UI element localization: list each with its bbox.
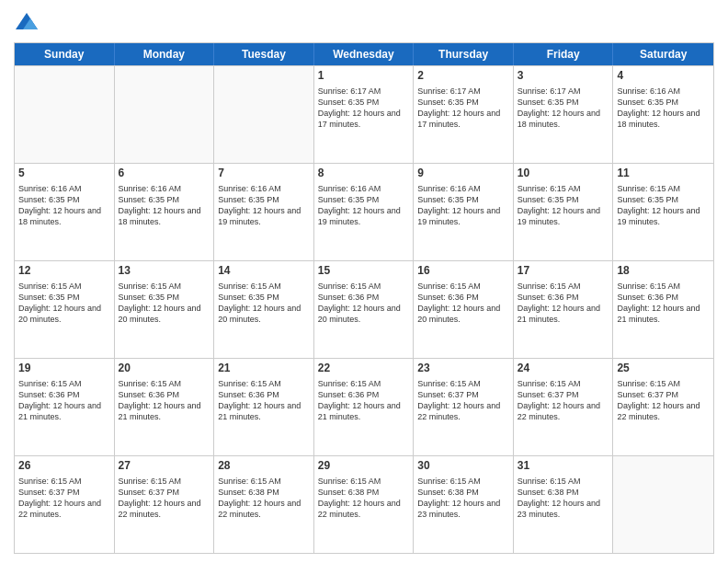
day-number: 6 <box>119 167 210 181</box>
cell-info: Sunrise: 6:15 AM Sunset: 6:36 PM Dayligh… <box>18 378 110 423</box>
day-number: 3 <box>518 69 609 84</box>
cal-cell: 6Sunrise: 6:16 AM Sunset: 6:35 PM Daylig… <box>115 164 215 260</box>
cal-cell: 22Sunrise: 6:15 AM Sunset: 6:36 PM Dayli… <box>314 359 415 455</box>
cal-header-thursday: Thursday <box>414 43 514 65</box>
cal-cell: 8Sunrise: 6:16 AM Sunset: 6:35 PM Daylig… <box>314 164 415 260</box>
cell-info: Sunrise: 6:17 AM Sunset: 6:35 PM Dayligh… <box>518 86 609 131</box>
cell-info: Sunrise: 6:17 AM Sunset: 6:35 PM Dayligh… <box>318 86 410 131</box>
cal-header-monday: Monday <box>115 43 215 65</box>
cal-cell: 16Sunrise: 6:15 AM Sunset: 6:36 PM Dayli… <box>414 261 514 358</box>
day-number: 10 <box>518 167 609 181</box>
cal-cell: 19Sunrise: 6:15 AM Sunset: 6:36 PM Dayli… <box>15 359 115 455</box>
day-number: 9 <box>417 167 509 181</box>
cell-info: Sunrise: 6:16 AM Sunset: 6:35 PM Dayligh… <box>18 183 110 228</box>
day-number: 31 <box>518 459 609 474</box>
cal-cell: 11Sunrise: 6:15 AM Sunset: 6:35 PM Dayli… <box>613 164 713 260</box>
cell-info: Sunrise: 6:15 AM Sunset: 6:36 PM Dayligh… <box>318 281 410 326</box>
cal-cell: 15Sunrise: 6:15 AM Sunset: 6:36 PM Dayli… <box>314 261 415 358</box>
day-number: 17 <box>518 264 609 279</box>
day-number: 21 <box>218 362 310 376</box>
day-number: 25 <box>617 362 710 376</box>
cal-week-0: 1Sunrise: 6:17 AM Sunset: 6:35 PM Daylig… <box>15 65 713 163</box>
cell-info: Sunrise: 6:15 AM Sunset: 6:35 PM Dayligh… <box>617 183 710 228</box>
cal-header-friday: Friday <box>514 43 614 65</box>
day-number: 5 <box>18 167 110 181</box>
day-number: 11 <box>617 167 710 181</box>
header <box>14 9 714 35</box>
cal-header-wednesday: Wednesday <box>314 43 415 65</box>
cal-cell: 30Sunrise: 6:15 AM Sunset: 6:38 PM Dayli… <box>414 456 514 553</box>
cal-cell: 12Sunrise: 6:15 AM Sunset: 6:35 PM Dayli… <box>15 261 115 358</box>
cal-cell: 17Sunrise: 6:15 AM Sunset: 6:36 PM Dayli… <box>514 261 614 358</box>
cell-info: Sunrise: 6:15 AM Sunset: 6:36 PM Dayligh… <box>417 281 509 326</box>
cal-cell: 4Sunrise: 6:16 AM Sunset: 6:35 PM Daylig… <box>613 66 713 163</box>
cal-header-saturday: Saturday <box>613 43 713 65</box>
cal-header-tuesday: Tuesday <box>214 43 314 65</box>
cell-info: Sunrise: 6:15 AM Sunset: 6:35 PM Dayligh… <box>218 281 310 326</box>
cell-info: Sunrise: 6:15 AM Sunset: 6:36 PM Dayligh… <box>318 378 410 423</box>
cell-info: Sunrise: 6:16 AM Sunset: 6:35 PM Dayligh… <box>417 183 509 228</box>
cal-cell: 24Sunrise: 6:15 AM Sunset: 6:37 PM Dayli… <box>514 359 614 455</box>
cell-info: Sunrise: 6:15 AM Sunset: 6:37 PM Dayligh… <box>617 378 710 423</box>
calendar-body: 1Sunrise: 6:17 AM Sunset: 6:35 PM Daylig… <box>15 65 713 553</box>
cell-info: Sunrise: 6:16 AM Sunset: 6:35 PM Dayligh… <box>218 183 310 228</box>
cal-cell <box>214 66 314 163</box>
cell-info: Sunrise: 6:16 AM Sunset: 6:35 PM Dayligh… <box>119 183 210 228</box>
cell-info: Sunrise: 6:15 AM Sunset: 6:38 PM Dayligh… <box>318 476 410 521</box>
cal-week-2: 12Sunrise: 6:15 AM Sunset: 6:35 PM Dayli… <box>15 260 713 358</box>
day-number: 30 <box>417 459 509 474</box>
day-number: 12 <box>18 264 110 279</box>
cal-cell: 25Sunrise: 6:15 AM Sunset: 6:37 PM Dayli… <box>613 359 713 455</box>
cal-week-4: 26Sunrise: 6:15 AM Sunset: 6:37 PM Dayli… <box>15 455 713 553</box>
day-number: 27 <box>119 459 210 474</box>
day-number: 4 <box>617 69 710 84</box>
logo <box>14 9 43 35</box>
cal-header-sunday: Sunday <box>15 43 115 65</box>
cal-cell: 2Sunrise: 6:17 AM Sunset: 6:35 PM Daylig… <box>414 66 514 163</box>
day-number: 26 <box>18 459 110 474</box>
cell-info: Sunrise: 6:15 AM Sunset: 6:37 PM Dayligh… <box>119 476 210 521</box>
day-number: 15 <box>318 264 410 279</box>
cell-info: Sunrise: 6:16 AM Sunset: 6:35 PM Dayligh… <box>318 183 410 228</box>
cal-cell: 28Sunrise: 6:15 AM Sunset: 6:38 PM Dayli… <box>214 456 314 553</box>
cal-week-1: 5Sunrise: 6:16 AM Sunset: 6:35 PM Daylig… <box>15 163 713 260</box>
cal-cell: 7Sunrise: 6:16 AM Sunset: 6:35 PM Daylig… <box>214 164 314 260</box>
cal-cell: 31Sunrise: 6:15 AM Sunset: 6:38 PM Dayli… <box>514 456 614 553</box>
cal-cell: 5Sunrise: 6:16 AM Sunset: 6:35 PM Daylig… <box>15 164 115 260</box>
cell-info: Sunrise: 6:15 AM Sunset: 6:38 PM Dayligh… <box>518 476 609 521</box>
day-number: 23 <box>417 362 509 376</box>
cal-cell: 3Sunrise: 6:17 AM Sunset: 6:35 PM Daylig… <box>514 66 614 163</box>
cell-info: Sunrise: 6:15 AM Sunset: 6:36 PM Dayligh… <box>518 281 609 326</box>
calendar-header: SundayMondayTuesdayWednesdayThursdayFrid… <box>15 43 713 65</box>
day-number: 18 <box>617 264 710 279</box>
cal-cell: 26Sunrise: 6:15 AM Sunset: 6:37 PM Dayli… <box>15 456 115 553</box>
day-number: 8 <box>318 167 410 181</box>
cell-info: Sunrise: 6:15 AM Sunset: 6:35 PM Dayligh… <box>18 281 110 326</box>
day-number: 22 <box>318 362 410 376</box>
day-number: 13 <box>119 264 210 279</box>
page: SundayMondayTuesdayWednesdayThursdayFrid… <box>0 0 728 563</box>
cal-cell: 9Sunrise: 6:16 AM Sunset: 6:35 PM Daylig… <box>414 164 514 260</box>
day-number: 19 <box>18 362 110 376</box>
cal-cell: 18Sunrise: 6:15 AM Sunset: 6:36 PM Dayli… <box>613 261 713 358</box>
cal-cell: 20Sunrise: 6:15 AM Sunset: 6:36 PM Dayli… <box>115 359 215 455</box>
cell-info: Sunrise: 6:17 AM Sunset: 6:35 PM Dayligh… <box>417 86 509 131</box>
cell-info: Sunrise: 6:15 AM Sunset: 6:36 PM Dayligh… <box>617 281 710 326</box>
cell-info: Sunrise: 6:15 AM Sunset: 6:38 PM Dayligh… <box>417 476 509 521</box>
calendar: SundayMondayTuesdayWednesdayThursdayFrid… <box>14 42 714 554</box>
cal-cell: 29Sunrise: 6:15 AM Sunset: 6:38 PM Dayli… <box>314 456 415 553</box>
day-number: 29 <box>318 459 410 474</box>
cell-info: Sunrise: 6:15 AM Sunset: 6:35 PM Dayligh… <box>518 183 609 228</box>
cal-cell: 1Sunrise: 6:17 AM Sunset: 6:35 PM Daylig… <box>314 66 415 163</box>
cal-cell <box>115 66 215 163</box>
day-number: 24 <box>518 362 609 376</box>
cal-cell: 10Sunrise: 6:15 AM Sunset: 6:35 PM Dayli… <box>514 164 614 260</box>
cell-info: Sunrise: 6:15 AM Sunset: 6:36 PM Dayligh… <box>119 378 210 423</box>
cell-info: Sunrise: 6:15 AM Sunset: 6:35 PM Dayligh… <box>119 281 210 326</box>
cell-info: Sunrise: 6:15 AM Sunset: 6:38 PM Dayligh… <box>218 476 310 521</box>
logo-icon <box>14 9 40 35</box>
cal-cell <box>15 66 115 163</box>
cal-cell: 14Sunrise: 6:15 AM Sunset: 6:35 PM Dayli… <box>214 261 314 358</box>
day-number: 7 <box>218 167 310 181</box>
cal-cell: 21Sunrise: 6:15 AM Sunset: 6:36 PM Dayli… <box>214 359 314 455</box>
